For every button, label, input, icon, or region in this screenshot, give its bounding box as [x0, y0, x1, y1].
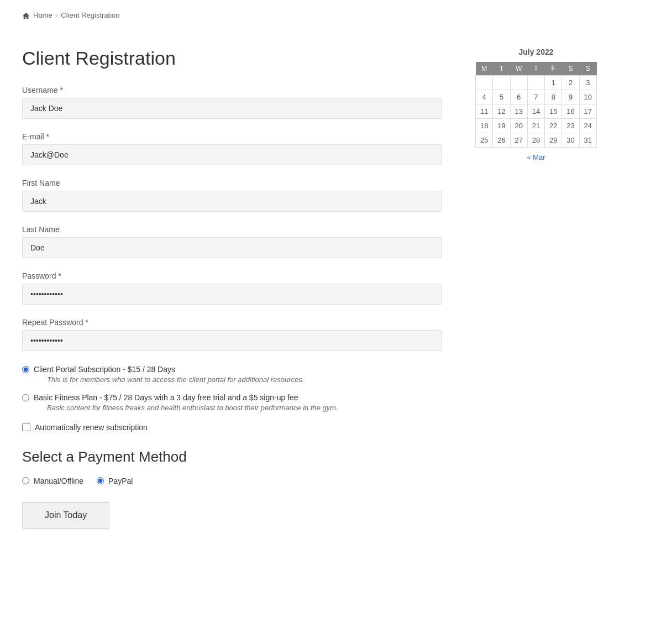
subscription-option-2: Basic Fitness Plan - $75 / 28 Days with … [22, 393, 442, 412]
calendar-week-row: 11121314151617 [476, 104, 597, 118]
calendar-day-cell: 6 [510, 90, 527, 104]
join-today-button[interactable]: Join Today [22, 502, 109, 529]
calendar-day-cell: 3 [579, 75, 596, 90]
home-icon [22, 11, 30, 20]
calendar-week-row: 25262728293031 [476, 133, 597, 147]
calendar-day-cell: 7 [527, 90, 544, 104]
subscription-option-1-label[interactable]: Client Portal Subscription - $15 / 28 Da… [22, 364, 442, 384]
cal-day-tue: T [493, 62, 510, 76]
calendar-day-cell: 17 [579, 104, 596, 118]
calendar-day-cell: 20 [510, 118, 527, 133]
breadcrumb-current: Client Registration [61, 11, 119, 19]
payment-radio-offline[interactable] [22, 477, 29, 484]
calendar-prev-link[interactable]: « Mar [527, 153, 545, 161]
email-input[interactable] [22, 144, 442, 165]
calendar-day-cell: 15 [545, 104, 562, 118]
cal-day-mon: M [476, 62, 493, 76]
password-label: Password * [22, 271, 442, 280]
calendar-day-cell [527, 75, 544, 90]
calendar-nav: « Mar [475, 153, 597, 161]
calendar-table: M T W T F S S 12345678910111213141516171… [475, 62, 597, 148]
repeat-password-group: Repeat Password * [22, 318, 442, 351]
calendar-day-cell: 19 [493, 118, 510, 133]
calendar-day-cell: 28 [527, 133, 544, 147]
payment-section-title: Select a Payment Method [22, 448, 442, 466]
main-form: Client Registration Username * E-mail * … [22, 48, 442, 529]
subscription-option-1: Client Portal Subscription - $15 / 28 Da… [22, 364, 442, 384]
breadcrumb-home-link[interactable]: Home [33, 11, 53, 19]
calendar-header-row: M T W T F S S [476, 62, 597, 76]
calendar-day-cell: 1 [545, 75, 562, 90]
calendar-day-cell: 23 [562, 118, 579, 133]
email-label: E-mail * [22, 132, 442, 141]
calendar-day-cell: 22 [545, 118, 562, 133]
calendar-day-cell: 25 [476, 133, 493, 147]
subscription-radio-1[interactable] [22, 366, 29, 373]
calendar-week-row: 123 [476, 75, 597, 90]
calendar-day-cell: 5 [493, 90, 510, 104]
calendar-day-cell: 13 [510, 104, 527, 118]
firstname-label: First Name [22, 179, 442, 187]
auto-renew-checkbox[interactable] [22, 423, 30, 431]
payment-paypal-label[interactable]: PayPal [97, 477, 133, 485]
calendar-day-cell [493, 75, 510, 90]
calendar-day-cell: 26 [493, 133, 510, 147]
subscription-option-2-desc: Basic content for fitness freaks and hea… [47, 404, 338, 412]
cal-day-wed: W [510, 62, 527, 76]
calendar-day-cell: 24 [579, 118, 596, 133]
subscription-option-1-desc: This is for members who want to access t… [47, 375, 304, 384]
payment-offline-label[interactable]: Manual/Offline [22, 477, 83, 485]
calendar-week-row: 45678910 [476, 90, 597, 104]
calendar-day-cell [476, 75, 493, 90]
password-group: Password * [22, 271, 442, 305]
payment-offline-text: Manual/Offline [34, 477, 83, 485]
subscription-option-1-title: Client Portal Subscription - $15 / 28 Da… [34, 365, 175, 374]
subscription-option-2-label[interactable]: Basic Fitness Plan - $75 / 28 Days with … [22, 393, 442, 412]
subscription-options: Client Portal Subscription - $15 / 28 Da… [22, 364, 442, 412]
calendar-day-cell [510, 75, 527, 90]
calendar-day-cell: 14 [527, 104, 544, 118]
subscription-radio-2[interactable] [22, 394, 29, 401]
lastname-group: Last Name [22, 225, 442, 258]
payment-methods: Manual/Offline PayPal [22, 477, 442, 485]
calendar-title: July 2022 [475, 48, 597, 56]
calendar-day-cell: 31 [579, 133, 596, 147]
lastname-input[interactable] [22, 237, 442, 258]
breadcrumb-separator: › [56, 12, 58, 19]
sidebar: July 2022 M T W T F S S 1234567891011121… [475, 48, 597, 161]
subscription-option-2-title: Basic Fitness Plan - $75 / 28 Days with … [34, 393, 298, 402]
calendar-week-row: 18192021222324 [476, 118, 597, 133]
calendar-day-cell: 18 [476, 118, 493, 133]
breadcrumb: Home › Client Registration [22, 11, 650, 20]
cal-day-fri: F [545, 62, 562, 76]
payment-paypal-text: PayPal [108, 477, 133, 485]
username-label: Username * [22, 86, 442, 95]
username-input[interactable] [22, 98, 442, 119]
cal-day-sat: S [562, 62, 579, 76]
calendar-day-cell: 29 [545, 133, 562, 147]
cal-day-thu: T [527, 62, 544, 76]
lastname-label: Last Name [22, 225, 442, 234]
calendar-day-cell: 8 [545, 90, 562, 104]
content-area: Client Registration Username * E-mail * … [22, 48, 650, 529]
calendar-day-cell: 10 [579, 90, 596, 104]
auto-renew-label[interactable]: Automatically renew subscription [35, 423, 148, 432]
cal-day-sun: S [579, 62, 596, 76]
payment-radio-paypal[interactable] [97, 477, 104, 484]
repeat-password-label: Repeat Password * [22, 318, 442, 327]
firstname-input[interactable] [22, 191, 442, 212]
password-input[interactable] [22, 284, 442, 305]
username-group: Username * [22, 86, 442, 119]
calendar-day-cell: 9 [562, 90, 579, 104]
calendar-day-cell: 21 [527, 118, 544, 133]
page-wrapper: Home › Client Registration Client Regist… [0, 0, 672, 540]
calendar-day-cell: 2 [562, 75, 579, 90]
calendar-day-cell: 11 [476, 104, 493, 118]
calendar-day-cell: 4 [476, 90, 493, 104]
repeat-password-input[interactable] [22, 330, 442, 351]
email-group: E-mail * [22, 132, 442, 165]
calendar-day-cell: 30 [562, 133, 579, 147]
auto-renew-group: Automatically renew subscription [22, 423, 442, 432]
calendar-day-cell: 27 [510, 133, 527, 147]
calendar-day-cell: 16 [562, 104, 579, 118]
